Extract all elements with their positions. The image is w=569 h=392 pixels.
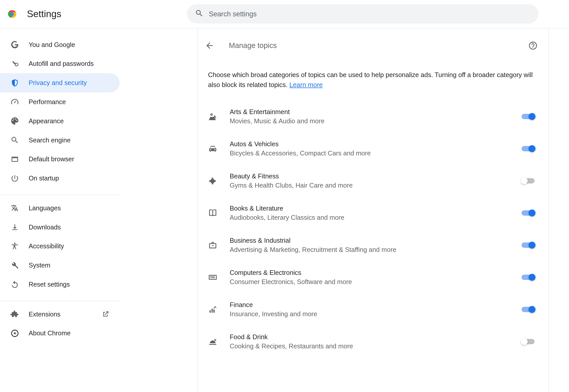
topic-title: Books & Literature [230,205,509,212]
topic-subtitle: Consumer Electronics, Software and more [230,278,509,286]
topic-title: Food & Drink [230,333,509,341]
topic-subtitle: Gyms & Health Clubs, Hair Care and more [230,182,509,189]
sidebar-item-about[interactable]: About Chrome [0,324,120,343]
sidebar-divider [0,195,121,195]
topic-title: Autos & Vehicles [230,140,509,148]
topic-row-computers: Computers & ElectronicsConsumer Electron… [201,261,545,293]
sidebar-item-privacy[interactable]: Privacy and security [0,73,120,92]
topic-subtitle: Advertising & Marketing, Recruitment & S… [230,246,509,253]
chrome-icon [10,329,19,338]
topic-title: Computers & Electronics [230,269,509,276]
sidebar-item-label: Search engine [29,137,109,144]
sidebar-item-label: Accessibility [29,242,109,250]
topic-subtitle: Movies, Music & Audio and more [230,117,509,125]
topic-toggle-food[interactable] [522,339,535,344]
sidebar-item-you-and-google[interactable]: You and Google [0,35,120,54]
topic-row-autos: Autos & VehiclesBicycles & Accessories, … [201,133,545,165]
book-icon [208,208,217,218]
topic-title: Arts & Entertainment [230,108,509,116]
sidebar-item-accessibility[interactable]: Accessibility [0,237,120,256]
car-icon [208,144,217,153]
topic-row-finance: FinanceInsurance, Investing and more [201,293,545,325]
arts-icon [208,112,217,121]
open-external-icon [102,310,109,318]
learn-more-link[interactable]: Learn more [289,81,323,88]
sidebar-item-label: Performance [29,98,109,106]
keyboard-icon [208,273,217,282]
sidebar-item-extensions[interactable]: Extensions [0,305,120,324]
power-icon [10,174,19,183]
sidebar-item-label: You and Google [29,41,109,48]
chrome-logo-icon [7,8,18,20]
sidebar-item-label: Languages [29,204,109,212]
sidebar-item-label: On startup [29,175,109,182]
topic-toggle-books[interactable] [522,210,535,215]
topic-title: Business & Industrial [230,237,509,244]
topic-toggle-business[interactable] [522,242,535,248]
topic-subtitle: Bicycles & Accessories, Compact Cars and… [230,150,509,157]
topic-toggle-arts[interactable] [522,114,535,119]
sidebar-item-label: Privacy and security [29,79,109,87]
sidebar-item-label: Downloads [29,224,109,231]
topic-row-food: Food & DrinkCooking & Recipes, Restauran… [201,325,545,358]
page-description: Choose which broad categories of topics … [201,63,545,101]
topic-row-books: Books & LiteratureAudiobooks, Literary C… [201,197,545,229]
topic-title: Beauty & Fitness [230,173,509,180]
search-icon [195,9,204,19]
sidebar-item-label: Appearance [29,117,109,125]
extension-icon [10,310,19,318]
fitness-icon [208,176,217,186]
topic-title: Finance [230,301,509,309]
reset-icon [10,280,19,289]
translate-icon [10,204,19,212]
download-icon [10,223,19,231]
help-icon [528,41,538,50]
topic-toggle-finance[interactable] [522,307,535,312]
sidebar-item-appearance[interactable]: Appearance [0,112,120,131]
sidebar-item-languages[interactable]: Languages [0,199,120,218]
palette-icon [10,117,19,125]
sidebar-item-label: Extensions [29,311,92,318]
app-header: Settings [0,0,569,28]
speed-icon [10,97,19,106]
sidebar: You and GoogleAutofill and passwordsPriv… [0,28,121,392]
topic-row-business: Business & IndustrialAdvertising & Marke… [201,229,545,261]
search-input[interactable] [209,10,530,18]
window-icon [10,155,19,164]
topic-toggle-autos[interactable] [522,146,535,151]
page-title: Manage topics [229,41,514,50]
sidebar-item-label: Reset settings [29,281,109,288]
briefcase-icon [208,240,217,250]
topic-toggle-beauty[interactable] [522,178,535,183]
topic-toggle-computers[interactable] [522,275,535,280]
sidebar-divider [0,301,121,301]
wrench-icon [10,261,19,270]
content-panel: Manage topics Choose which broad categor… [197,28,549,392]
food-icon [208,337,217,346]
shield-icon [10,79,19,87]
arrow-back-icon [205,41,214,50]
app-title: Settings [27,8,61,19]
help-button[interactable] [524,37,541,54]
google-icon [10,40,19,49]
topic-row-arts: Arts & EntertainmentMovies, Music & Audi… [201,101,545,133]
sidebar-item-on-startup[interactable]: On startup [0,169,120,188]
sidebar-item-reset[interactable]: Reset settings [0,275,120,294]
sidebar-item-downloads[interactable]: Downloads [0,218,120,237]
sidebar-item-system[interactable]: System [0,256,120,275]
topic-subtitle: Audiobooks, Literary Classics and more [230,214,509,221]
accessibility-icon [10,242,19,251]
sidebar-item-label: Default browser [29,155,109,163]
sidebar-item-autofill[interactable]: Autofill and passwords [0,54,120,73]
back-button[interactable] [201,37,218,54]
topic-row-beauty: Beauty & FitnessGyms & Health Clubs, Hai… [201,165,545,197]
sidebar-item-label: About Chrome [29,329,109,337]
search-container[interactable] [187,4,538,23]
topic-subtitle: Cooking & Recipes, Restaurants and more [230,342,509,350]
sidebar-item-default-browser[interactable]: Default browser [0,150,120,169]
sidebar-item-label: Autofill and passwords [29,60,109,67]
sidebar-item-search-engine[interactable]: Search engine [0,131,120,150]
sidebar-item-performance[interactable]: Performance [0,92,120,112]
search-icon [10,136,19,144]
sidebar-item-label: System [29,262,109,269]
